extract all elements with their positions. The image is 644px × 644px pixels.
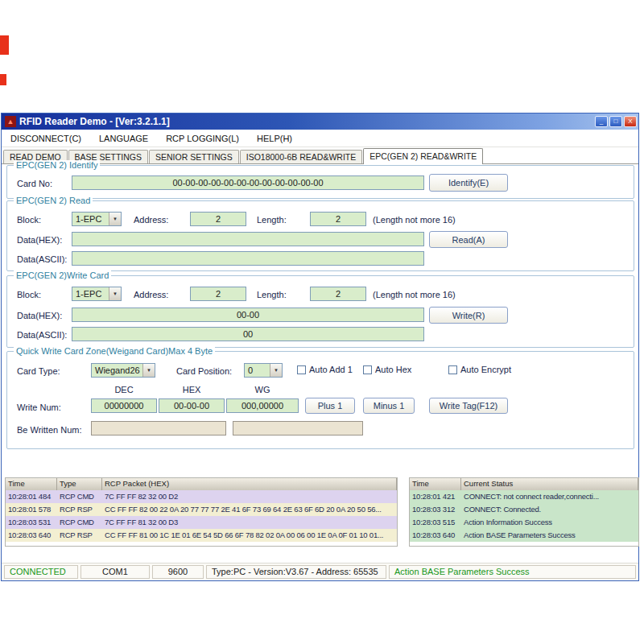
auto-add-1-label: Auto Add 1 <box>309 365 353 374</box>
tab-iso18000-6b[interactable]: ISO18000-6B READ&WRITE <box>240 150 363 163</box>
status-log-header-time[interactable]: Time <box>410 478 461 490</box>
auto-encrypt-checkbox[interactable]: Auto Encrypt <box>448 365 511 374</box>
quick-write-group-title: Quick Write Card Zone(Weigand Card)Max 4… <box>14 346 215 356</box>
menu-disconnect[interactable]: DISCONNECT(C) <box>2 134 90 143</box>
write-button[interactable]: Write(R) <box>429 307 508 324</box>
log-status: CONNECT: not connect reader,connecti... <box>461 490 638 503</box>
write-address-input[interactable] <box>190 287 246 301</box>
status-log-table: Time Current Status 10:28:01 421 CONNECT… <box>409 477 639 547</box>
write-group-title: EPC(GEN 2)Write Card <box>14 270 111 280</box>
write-group: EPC(GEN 2)Write Card Block: 1-EPC ▼ Addr… <box>6 275 634 348</box>
log-type: RCP RSP <box>57 503 102 516</box>
read-data-ascii-input[interactable] <box>72 251 424 266</box>
read-data-hex-label: Data(HEX): <box>17 233 62 247</box>
table-row[interactable]: 10:28:01 484 RCP CMD 7C FF FF 82 32 00 D… <box>6 490 397 503</box>
wg-column-header: WG <box>226 385 299 394</box>
status-log-header: Time Current Status <box>410 478 638 490</box>
minimize-button[interactable]: _ <box>595 116 608 127</box>
log-packet: CC FF FF 82 00 22 0A 20 77 77 77 2E 41 6… <box>102 503 397 516</box>
status-message: Action BASE Parameters Success <box>389 565 636 579</box>
write-num-dec-input[interactable] <box>91 398 157 413</box>
card-position-value: 0 <box>248 364 253 377</box>
write-address-label: Address: <box>134 287 168 302</box>
hex-column-header: HEX <box>159 385 225 394</box>
maximize-button[interactable]: □ <box>609 116 622 127</box>
packet-log-header-time[interactable]: Time <box>6 478 57 490</box>
log-status: Action Information Success <box>461 516 638 529</box>
card-no-input[interactable] <box>72 175 424 190</box>
log-time: 10:28:03 515 <box>410 516 461 529</box>
log-type: RCP CMD <box>57 516 102 529</box>
card-type-label: Card Type: <box>17 364 60 378</box>
read-data-hex-input[interactable] <box>72 232 424 246</box>
read-address-input[interactable] <box>190 212 246 226</box>
read-address-label: Address: <box>134 213 168 227</box>
tab-senior-settings[interactable]: SENIOR SETTINGS <box>149 150 239 163</box>
read-length-label: Length: <box>257 213 287 227</box>
table-row[interactable]: 10:28:03 640 RCP RSP CC FF FF 81 00 1C 1… <box>6 529 397 542</box>
write-data-hex-input[interactable] <box>72 308 424 322</box>
read-button[interactable]: Read(A) <box>429 231 508 248</box>
card-position-select[interactable]: 0 ▼ <box>244 363 283 378</box>
chevron-down-icon: ▼ <box>142 364 155 377</box>
log-type: RCP RSP <box>57 529 102 542</box>
table-row[interactable]: 10:28:03 312 CONNECT: Connected. <box>410 503 638 516</box>
auto-hex-checkbox[interactable]: Auto Hex <box>363 365 411 374</box>
tab-epc-gen2[interactable]: EPC(GEN 2) READ&WRITE <box>363 148 483 164</box>
menu-bar: DISCONNECT(C) LANGUAGE RCP LOGGING(L) HE… <box>2 130 638 147</box>
menu-rcp-logging[interactable]: RCP LOGGING(L) <box>157 134 248 143</box>
read-block-select[interactable]: 1-EPC ▼ <box>72 212 122 226</box>
table-row[interactable]: 10:28:03 531 RCP CMD 7C FF FF 81 32 00 D… <box>6 516 397 529</box>
identify-button[interactable]: Identify(E) <box>429 174 508 192</box>
write-num-hex-input[interactable] <box>159 398 225 413</box>
log-time: 10:28:03 531 <box>6 516 57 529</box>
write-num-label: Write Num: <box>17 400 61 415</box>
table-row[interactable]: 10:28:03 640 Action BASE Parameters Succ… <box>410 529 638 542</box>
window-controls: _ □ X <box>595 116 637 127</box>
log-type: RCP CMD <box>57 490 102 503</box>
log-time: 10:28:03 640 <box>6 529 57 542</box>
checkbox-icon <box>297 365 306 374</box>
write-length-input[interactable] <box>310 287 366 301</box>
app-window: ▲ RFID Reader Demo - [Ver:3.2.1.1] _ □ X… <box>1 113 639 581</box>
identify-group: EPC(GEN 2) Identify Card No: Identify(E) <box>6 165 634 199</box>
status-connection: CONNECTED <box>4 565 78 579</box>
checkbox-icon <box>363 365 372 374</box>
menu-help[interactable]: HELP(H) <box>248 134 301 143</box>
be-written-num-input-2[interactable] <box>233 421 363 436</box>
status-log-header-status[interactable]: Current Status <box>461 478 638 490</box>
write-num-wg-input[interactable] <box>226 398 299 413</box>
table-row[interactable]: 10:28:03 515 Action Information Success <box>410 516 638 529</box>
packet-log-header: Time Type RCP Packet (HEX) <box>6 478 397 490</box>
table-row[interactable]: 10:28:01 421 CONNECT: not connect reader… <box>410 490 638 503</box>
card-type-value: Wiegand26 <box>95 364 140 377</box>
plus-1-button[interactable]: Plus 1 <box>305 398 355 414</box>
log-packet: CC FF FF 81 00 1C 1E 01 6E 54 5D 66 6F 7… <box>102 529 397 542</box>
write-block-select[interactable]: 1-EPC ▼ <box>72 287 122 301</box>
card-no-label: Card No: <box>17 176 52 191</box>
write-tag-button[interactable]: Write Tag(F12) <box>429 398 508 414</box>
table-row[interactable]: 10:28:01 578 RCP RSP CC FF FF 82 00 22 0… <box>6 503 397 516</box>
packet-log-header-type[interactable]: Type <box>57 478 102 490</box>
checkbox-icon <box>448 365 457 374</box>
dec-column-header: DEC <box>91 385 157 394</box>
menu-language[interactable]: LANGUAGE <box>90 134 157 143</box>
packet-log-header-packet[interactable]: RCP Packet (HEX) <box>102 478 397 490</box>
packet-log-table: Time Type RCP Packet (HEX) 10:28:01 484 … <box>5 477 398 547</box>
card-type-select[interactable]: Wiegand26 ▼ <box>91 363 155 378</box>
log-time: 10:28:03 640 <box>410 529 461 542</box>
minus-1-button[interactable]: Minus 1 <box>363 398 415 414</box>
read-data-ascii-label: Data(ASCII): <box>17 252 67 266</box>
log-time: 10:28:01 421 <box>410 490 461 503</box>
write-data-ascii-input[interactable] <box>72 327 424 341</box>
status-baud-rate: 9600 <box>152 565 204 579</box>
be-written-num-input-1[interactable] <box>91 421 226 436</box>
chevron-down-icon: ▼ <box>109 213 121 225</box>
quick-write-group: Quick Write Card Zone(Weigand Card)Max 4… <box>6 351 634 449</box>
card-position-label: Card Position: <box>176 364 232 378</box>
auto-add-1-checkbox[interactable]: Auto Add 1 <box>297 365 353 374</box>
read-length-input[interactable] <box>310 212 366 226</box>
close-button[interactable]: X <box>624 116 637 127</box>
log-time: 10:28:01 578 <box>6 503 57 516</box>
be-written-num-label: Be Written Num: <box>17 423 82 437</box>
